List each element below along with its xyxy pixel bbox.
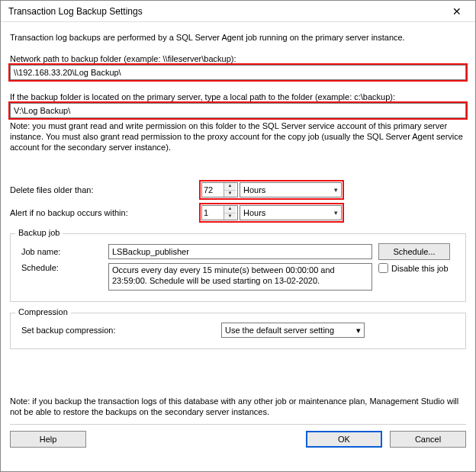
disable-job-label: Disable this job <box>391 264 449 273</box>
disable-job-checkbox[interactable] <box>378 263 388 273</box>
local-path-label: If the backup folder is located on the p… <box>10 92 466 101</box>
permissions-note: Note: you must grant read and write perm… <box>10 121 466 153</box>
chevron-down-icon: ▾ <box>356 326 361 336</box>
network-path-input[interactable] <box>10 65 466 80</box>
titlebar: Transaction Log Backup Settings ✕ <box>1 1 475 22</box>
alert-within-value[interactable] <box>202 206 224 220</box>
chevron-down-icon: ▾ <box>334 209 338 217</box>
compression-value: Use the default server setting <box>225 326 334 335</box>
delete-older-unit: Hours <box>243 185 265 194</box>
chevron-down-icon: ▾ <box>334 186 338 194</box>
local-path-input[interactable] <box>10 103 466 118</box>
button-row: Help OK Cancel <box>10 431 466 455</box>
schedule-button[interactable]: Schedule... <box>378 243 450 260</box>
cancel-button[interactable]: Cancel <box>390 431 466 448</box>
alert-within-row: Alert if no backup occurs within: ▲ ▼ Ho… <box>10 203 466 223</box>
network-path-label: Network path to backup folder (example: … <box>10 54 466 63</box>
spinner-arrows[interactable]: ▲ ▼ <box>224 183 236 197</box>
divider <box>10 424 466 425</box>
delete-older-spinner[interactable]: ▲ ▼ <box>201 182 238 197</box>
job-name-row: Job name: Schedule... <box>17 243 459 260</box>
close-icon[interactable]: ✕ <box>445 3 469 20</box>
ok-button[interactable]: OK <box>306 431 382 448</box>
schedule-label: Schedule: <box>17 263 108 272</box>
alert-within-spinner[interactable]: ▲ ▼ <box>201 205 238 220</box>
help-button[interactable]: Help <box>10 431 86 448</box>
delete-older-row: Delete files older than: ▲ ▼ Hours ▾ <box>10 180 466 200</box>
alert-within-controls: ▲ ▼ Hours ▾ <box>199 203 344 223</box>
compression-row: Set backup compression: Use the default … <box>17 323 459 338</box>
spinner-arrows[interactable]: ▲ ▼ <box>224 206 236 220</box>
description-text: Transaction log backups are performed by… <box>10 33 466 42</box>
delete-older-label: Delete files older than: <box>10 185 199 194</box>
compression-legend: Compression <box>15 307 71 316</box>
chevron-down-icon[interactable]: ▼ <box>224 214 236 220</box>
job-name-input[interactable] <box>108 244 372 259</box>
alert-within-label: Alert if no backup occurs within: <box>10 208 199 217</box>
footer-note: Note: if you backup the transaction logs… <box>10 397 466 418</box>
window-title: Transaction Log Backup Settings <box>8 6 143 17</box>
delete-older-unit-combo[interactable]: Hours ▾ <box>240 182 342 197</box>
compression-label: Set backup compression: <box>17 326 221 335</box>
delete-older-value[interactable] <box>202 183 224 197</box>
chevron-up-icon[interactable]: ▲ <box>224 206 236 214</box>
chevron-up-icon[interactable]: ▲ <box>224 183 236 191</box>
schedule-row: Schedule: Occurs every day every 15 minu… <box>17 263 459 291</box>
alert-within-unit-combo[interactable]: Hours ▾ <box>240 205 342 220</box>
dialog-content: Transaction log backups are performed by… <box>1 22 475 455</box>
schedule-text: Occurs every day every 15 minute(s) betw… <box>108 263 372 291</box>
disable-job-wrap: Disable this job <box>378 263 449 273</box>
compression-combo[interactable]: Use the default server setting ▾ <box>221 323 365 338</box>
chevron-down-icon[interactable]: ▼ <box>224 191 236 197</box>
job-name-label: Job name: <box>17 247 108 256</box>
backup-job-legend: Backup job <box>15 228 63 237</box>
backup-job-group: Backup job Job name: Schedule... Schedul… <box>10 233 466 302</box>
alert-within-unit: Hours <box>243 208 265 217</box>
compression-group: Compression Set backup compression: Use … <box>10 313 466 349</box>
delete-older-controls: ▲ ▼ Hours ▾ <box>199 180 344 200</box>
